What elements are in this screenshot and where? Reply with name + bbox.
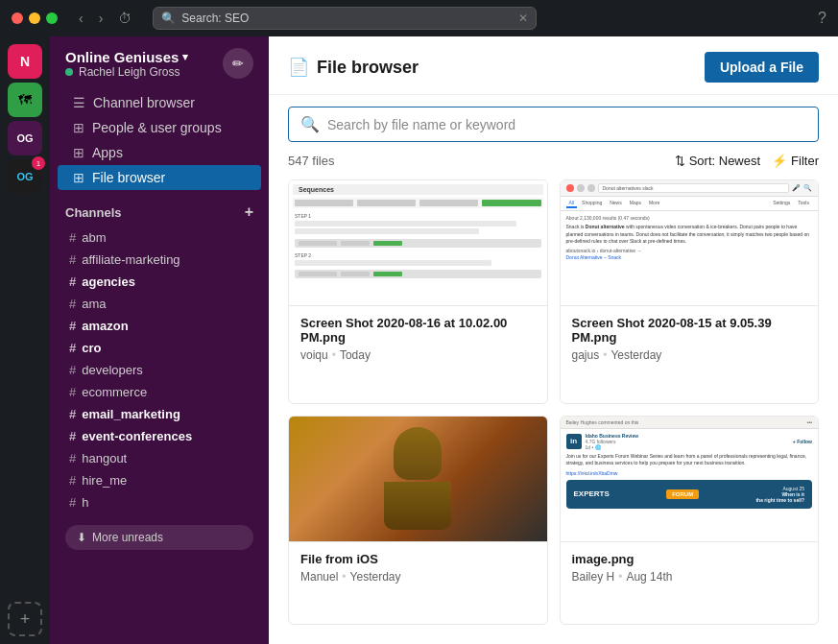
file-count: 547 files	[288, 154, 334, 168]
main-layout: N 🗺 OG OG 1 + Online Geniuses ▾ Rachel L…	[0, 36, 838, 644]
main-content: 📄 File browser Upload a File 🔍 547 files…	[269, 36, 838, 644]
channel-browser-icon: ☰	[73, 95, 85, 110]
file-browser-icon: ⊞	[73, 170, 84, 185]
channel-email-marketing[interactable]: # email_marketing	[54, 403, 265, 425]
upload-file-button[interactable]: Upload a File	[705, 52, 819, 83]
sidebar-header: Online Geniuses ▾ Rachel Leigh Gross ✏	[50, 36, 269, 86]
app-icon-og2[interactable]: OG 1	[8, 159, 42, 194]
file-icon: 📄	[288, 57, 309, 78]
channel-cro[interactable]: # cro	[54, 337, 265, 359]
status-online-dot	[65, 68, 73, 76]
channel-h[interactable]: # h	[54, 491, 265, 513]
hash-icon: #	[69, 473, 76, 488]
channels-section: Channels + # abm # affiliate-marketing #…	[50, 194, 269, 517]
photo-preview	[289, 417, 547, 541]
channel-affiliate-marketing[interactable]: # affiliate-marketing	[54, 249, 265, 271]
file-card-1[interactable]: Sequences STEP 1	[288, 179, 548, 404]
app-icon-og-active[interactable]: OG	[8, 121, 42, 155]
channel-hire-me[interactable]: # hire_me	[54, 469, 265, 491]
main-header: 📄 File browser Upload a File	[269, 36, 838, 95]
sort-icon: ⇅	[675, 154, 685, 168]
more-unreads-button[interactable]: ⬇ More unreads	[65, 525, 253, 550]
file-meta-4: Bailey H • Aug 14th	[572, 570, 807, 584]
sidebar-nav: ☰ Channel browser ⊞ People & user groups…	[50, 86, 269, 194]
close-button[interactable]	[12, 12, 23, 24]
file-info-3: File from iOS Manuel • Yesterday	[289, 541, 547, 593]
file-name-4: image.png	[572, 552, 807, 566]
page-title: 📄 File browser	[288, 57, 419, 78]
file-preview-4: Bailey Hughes commented on this ••• in I…	[561, 417, 819, 541]
file-card-2[interactable]: Donut alternatives slack 🎤 🔍 All Shoppin…	[560, 179, 820, 404]
file-info-4: image.png Bailey H • Aug 14th	[561, 541, 819, 593]
hash-icon: #	[69, 297, 76, 311]
apps-icon: ⊞	[73, 145, 84, 160]
hash-icon: #	[69, 319, 76, 333]
compose-button[interactable]: ✏	[223, 48, 253, 79]
channel-amazon[interactable]: # amazon	[54, 315, 265, 337]
add-channel-icon[interactable]: +	[245, 203, 253, 221]
file-search-input[interactable]	[327, 117, 806, 132]
down-arrow-icon: ⬇	[77, 531, 86, 544]
file-count-bar: 547 files ⇅ Sort: Newest ⚡ Filter	[269, 154, 838, 176]
channel-ama[interactable]: # ama	[54, 293, 265, 315]
app-icons-sidebar: N 🗺 OG OG 1 +	[0, 36, 50, 644]
channel-hangout[interactable]: # hangout	[54, 447, 265, 469]
hash-icon: #	[69, 451, 76, 465]
file-info-2: Screen Shot 2020-08-15 at 9.05.39 PM.png…	[561, 305, 819, 371]
file-card-4[interactable]: Bailey Hughes commented on this ••• in I…	[560, 416, 820, 626]
file-meta-3: Manuel • Yesterday	[300, 570, 536, 584]
people-icon: ⊞	[73, 120, 84, 135]
channel-ecommerce[interactable]: # ecommerce	[54, 381, 265, 403]
channel-developers[interactable]: # developers	[54, 359, 265, 381]
file-name-1: Screen Shot 2020-08-16 at 10.02.00 PM.pn…	[300, 316, 536, 345]
minimize-button[interactable]	[29, 12, 40, 24]
hash-icon: #	[69, 274, 76, 289]
hash-icon: #	[69, 495, 76, 510]
search-input[interactable]	[181, 12, 513, 25]
file-info-1: Screen Shot 2020-08-16 at 10.02.00 PM.pn…	[289, 305, 547, 371]
search-clear-button[interactable]: ✕	[518, 12, 528, 25]
add-workspace-button[interactable]: +	[8, 602, 42, 636]
sidebar-item-apps[interactable]: ⊞ Apps	[58, 140, 261, 165]
app-icon-og1[interactable]: N	[8, 44, 42, 79]
filter-icon: ⚡	[772, 154, 787, 168]
back-button[interactable]: ‹	[73, 9, 89, 28]
sidebar: Online Geniuses ▾ Rachel Leigh Gross ✏ ☰…	[50, 36, 269, 644]
filter-button[interactable]: ⚡ Filter	[772, 154, 819, 168]
file-preview-2: Donut alternatives slack 🎤 🔍 All Shoppin…	[561, 180, 819, 305]
notification-badge: 1	[32, 156, 45, 170]
hash-icon: #	[69, 385, 76, 399]
history-button[interactable]: ⏱	[112, 9, 137, 28]
sort-button[interactable]: ⇅ Sort: Newest	[675, 154, 760, 168]
channels-header[interactable]: Channels +	[50, 198, 269, 227]
file-name-2: Screen Shot 2020-08-15 at 9.05.39 PM.png	[572, 316, 807, 345]
app-icon-maps[interactable]: 🗺	[8, 83, 42, 117]
channel-agencies[interactable]: # agencies	[54, 271, 265, 293]
titlebar-search[interactable]: 🔍 ✕	[153, 7, 537, 30]
hash-icon: #	[69, 252, 76, 267]
search-icon: 🔍	[161, 12, 176, 25]
titlebar: ‹ › ⏱ 🔍 ✕ ?	[0, 0, 838, 36]
maximize-button[interactable]	[46, 12, 58, 24]
hash-icon: #	[69, 407, 76, 421]
file-preview-3	[289, 417, 547, 541]
sidebar-item-people-user-groups[interactable]: ⊞ People & user groups	[58, 115, 261, 140]
hash-icon: #	[69, 341, 76, 355]
sidebar-item-channel-browser[interactable]: ☰ Channel browser	[58, 90, 261, 115]
file-preview-1: Sequences STEP 1	[289, 180, 547, 305]
channel-event-conferences[interactable]: # event-conferences	[54, 425, 265, 447]
hash-icon: #	[69, 230, 76, 245]
channel-abm[interactable]: # abm	[54, 227, 265, 249]
navigation-buttons: ‹ › ⏱	[73, 9, 137, 28]
hash-icon: #	[69, 363, 76, 377]
files-grid: Sequences STEP 1	[269, 176, 838, 644]
workspace-name[interactable]: Online Geniuses ▾	[65, 49, 188, 65]
forward-button[interactable]: ›	[93, 9, 109, 28]
file-meta-2: gajus • Yesterday	[572, 348, 807, 362]
sidebar-item-file-browser[interactable]: ⊞ File browser	[58, 165, 261, 190]
file-search-bar[interactable]: 🔍	[288, 107, 819, 142]
file-card-3[interactable]: File from iOS Manuel • Yesterday	[288, 416, 548, 626]
help-button[interactable]: ?	[818, 10, 826, 27]
file-name-3: File from iOS	[300, 552, 536, 566]
hash-icon: #	[69, 429, 76, 443]
